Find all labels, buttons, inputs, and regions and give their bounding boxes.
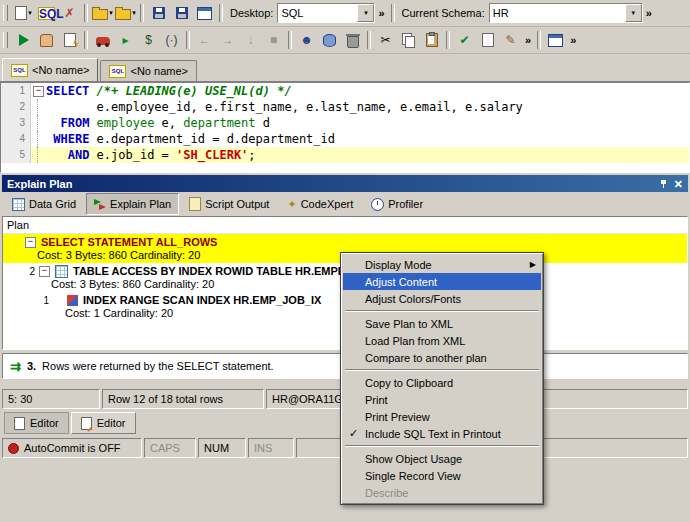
debug-step-button: ↓ xyxy=(239,29,262,51)
line-number: 3 xyxy=(1,115,31,131)
toolbar-drag-handle[interactable] xyxy=(3,32,8,48)
toolbar-drag-handle[interactable] xyxy=(3,5,8,21)
menu-item-single-record-view[interactable]: Single Record View xyxy=(343,467,541,484)
code-templates-button[interactable]: (·) xyxy=(160,29,183,51)
toad-advisor-button[interactable] xyxy=(91,29,114,51)
code-line[interactable]: 1−SELECT /*+ LEADING(e) USE_NL(d) */ xyxy=(1,83,689,99)
plan-order-number: 1 xyxy=(37,295,49,306)
plan-order-number: 2 xyxy=(23,266,35,277)
menu-item-label: Print xyxy=(365,394,388,406)
document-tab-1[interactable]: SQL<No name> xyxy=(2,58,98,81)
chevron-down-icon[interactable]: ▾ xyxy=(625,4,642,22)
desktop-select[interactable]: SQL▾ xyxy=(277,3,375,23)
execute-current-button[interactable]: ▸ xyxy=(114,29,137,51)
small-play-icon: ▸ xyxy=(122,34,128,46)
menu-item-display-mode[interactable]: Display Mode▶ xyxy=(343,256,541,273)
execute-as-script-button[interactable]: ϟ xyxy=(58,29,81,51)
code-line[interactable]: 4 WHERE e.department_id = d.department_i… xyxy=(1,131,689,147)
menu-item-label: Load Plan from XML xyxy=(365,335,465,347)
code-text: SELECT /*+ LEADING(e) USE_NL(d) */ xyxy=(46,83,689,99)
toolbar-overflow-chevron[interactable]: » xyxy=(378,7,384,19)
document-tab-2[interactable]: SQL<No name> xyxy=(100,60,196,81)
paste-button[interactable] xyxy=(420,29,443,51)
sql-doc-icon: SQL xyxy=(11,64,28,77)
cut-button[interactable]: ✂ xyxy=(374,29,397,51)
fold-collapse-icon[interactable]: − xyxy=(31,83,46,99)
code-line[interactable]: 5 AND e.job_id = 'SH_CLERK'; xyxy=(1,147,689,163)
toolbar-overflow-chevron[interactable]: » xyxy=(570,34,576,46)
substitution-vars-button[interactable]: $ xyxy=(137,29,160,51)
menu-item-include-sql-text-in-printout[interactable]: ✓Include SQL Text in Printout xyxy=(343,425,541,442)
tab-explain-plan[interactable]: Explain Plan xyxy=(86,193,179,215)
tree-collapse-icon[interactable]: − xyxy=(39,266,50,277)
profiler-icon xyxy=(371,198,384,211)
menu-item-load-plan-from-xml[interactable]: Load Plan from XML xyxy=(343,332,541,349)
execute-statement-button[interactable] xyxy=(12,29,35,51)
tree-collapse-icon[interactable]: − xyxy=(25,237,36,248)
new-page-button[interactable] xyxy=(476,29,499,51)
sql-recall-button[interactable]: SQL xyxy=(35,2,58,24)
trash-button[interactable] xyxy=(341,29,364,51)
schema-select[interactable]: HR▾ xyxy=(489,3,643,23)
editor-tab-label: Editor xyxy=(97,417,126,429)
close-icon[interactable]: ✕ xyxy=(674,179,683,189)
context-menu: Display Mode▶Adjust ContentAdjust Colors… xyxy=(340,252,544,505)
team-coding-button[interactable]: ☻ xyxy=(295,29,318,51)
code-text: WHERE e.department_id = d.department_id xyxy=(46,131,689,147)
editor-tab-2[interactable]: Editor xyxy=(71,412,136,434)
menu-item-save-plan-to-xml[interactable]: Save Plan to XML xyxy=(343,315,541,332)
tab-label: Data Grid xyxy=(29,198,76,210)
parens-icon: (·) xyxy=(166,34,178,46)
menu-item-adjust-colors-fonts[interactable]: Adjust Colors/Fonts xyxy=(343,290,541,307)
arrow-down-icon: ↓ xyxy=(248,34,254,46)
database-button[interactable] xyxy=(318,29,341,51)
recent-files-button[interactable]: ▾ xyxy=(114,2,137,24)
toolbar-overflow-chevron[interactable]: » xyxy=(525,34,531,46)
validate-button[interactable]: ✔ xyxy=(453,29,476,51)
menu-item-label: Display Mode xyxy=(365,259,432,271)
format-code-button[interactable]: ✎ xyxy=(499,29,522,51)
clear-x-icon: ✗ xyxy=(64,7,74,19)
menu-item-adjust-content[interactable]: Adjust Content xyxy=(343,273,541,290)
save-disk-icon xyxy=(153,7,165,19)
sql-doc-icon: SQL xyxy=(109,65,126,78)
clear-editor-button[interactable]: ✗ xyxy=(58,2,81,24)
chevron-down-icon[interactable]: ▾ xyxy=(357,4,374,22)
fold-guide xyxy=(31,147,46,163)
pin-icon[interactable] xyxy=(659,179,668,189)
menu-item-label: Single Record View xyxy=(365,470,461,482)
save-all-button[interactable] xyxy=(170,2,193,24)
tab-profiler[interactable]: Profiler xyxy=(363,193,431,215)
editor-tab-1[interactable]: Editor xyxy=(4,412,69,434)
line-number: 2 xyxy=(1,99,31,115)
tab-script-output[interactable]: Script Output xyxy=(181,193,277,215)
menu-item-compare-to-another-plan[interactable]: Compare to another plan xyxy=(343,349,541,366)
fold-guide xyxy=(31,115,46,131)
tab-data-grid[interactable]: Data Grid xyxy=(4,193,84,215)
new-connection-button[interactable]: ▾ xyxy=(12,2,35,24)
clipboard-icon xyxy=(426,33,438,47)
menu-item-copy-to-clipboard[interactable]: Copy to Clipboard xyxy=(343,374,541,391)
menu-item-show-object-usage[interactable]: Show Object Usage xyxy=(343,450,541,467)
menu-item-print-preview[interactable]: Print Preview xyxy=(343,408,541,425)
codexpert-icon: ✦ xyxy=(287,199,296,210)
tab-codexpert[interactable]: ✦CodeXpert xyxy=(279,193,361,215)
copy-button[interactable] xyxy=(397,29,420,51)
open-file-button[interactable]: ▾ xyxy=(91,2,114,24)
menu-item-label: Adjust Colors/Fonts xyxy=(365,293,461,305)
save-button[interactable] xyxy=(147,2,170,24)
code-line[interactable]: 3 FROM employee e, department d xyxy=(1,115,689,131)
window-layout-button[interactable] xyxy=(193,2,216,24)
toolbar-separator xyxy=(391,4,395,22)
toolbar-overflow-chevron[interactable]: » xyxy=(646,7,652,19)
sql-editor[interactable]: 1−SELECT /*+ LEADING(e) USE_NL(d) */2 e.… xyxy=(0,82,690,173)
status-text: 5: 30 xyxy=(8,393,32,405)
menu-item-label: Show Object Usage xyxy=(365,453,462,465)
dollar-icon: $ xyxy=(145,34,152,46)
menu-item-print[interactable]: Print xyxy=(343,391,541,408)
code-line[interactable]: 2 e.employee_id, e.first_name, e.last_na… xyxy=(1,99,689,115)
cancel-execution-button[interactable] xyxy=(35,29,58,51)
trash-icon xyxy=(347,36,359,48)
fold-minus-box[interactable]: − xyxy=(33,86,44,97)
panels-button[interactable] xyxy=(544,29,567,51)
